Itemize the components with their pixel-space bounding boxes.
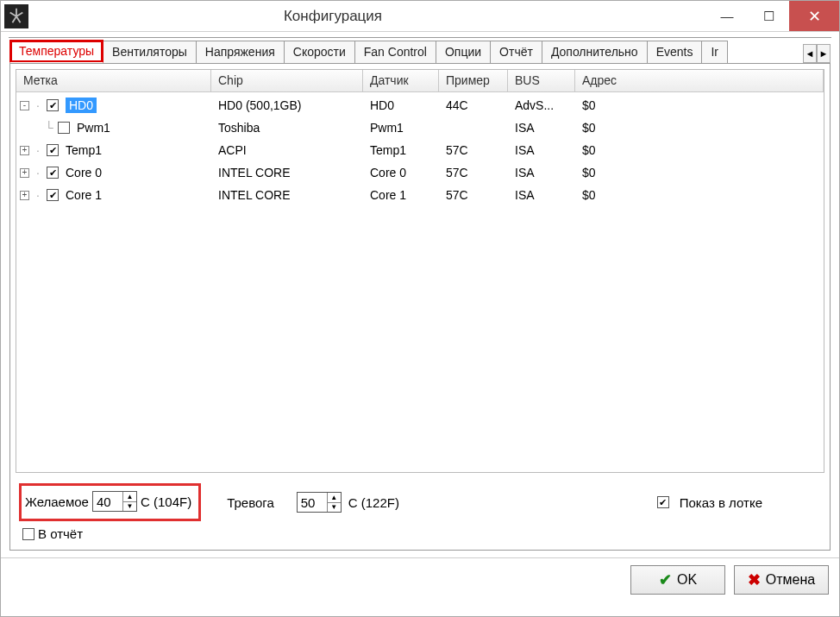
tab-scroll-left[interactable]: ◄ [803, 44, 817, 63]
row-label: Core 1 [66, 188, 102, 202]
cell-bus: ISA [508, 166, 575, 179]
tree-connector: · [33, 98, 43, 112]
dialog-button-bar: ✔ OK ✖ Отмена [1, 557, 839, 601]
table-row[interactable]: +·✔Temp1ACPITemp157CISA$0 [16, 139, 824, 161]
controls-row: Желаемое ▲ ▼ C (104F) Тревога ▲ ▼ C (122… [10, 478, 830, 525]
ok-button[interactable]: ✔ OK [630, 565, 725, 595]
desired-input[interactable] [93, 492, 122, 511]
in-report-checkbox[interactable] [22, 528, 34, 540]
grid-header: Метка Chip Датчик Пример BUS Адрес [16, 70, 824, 92]
spinner-arrows: ▲ ▼ [122, 492, 136, 511]
table-row[interactable]: └Pwm1ToshibaPwm1ISA$0 [16, 116, 824, 139]
expand-icon[interactable]: + [20, 146, 29, 155]
cross-icon: ✖ [748, 570, 761, 589]
tab-overflow-last[interactable]: Ir [701, 41, 728, 63]
cell-sample: 57C [439, 166, 508, 179]
cell-chip: INTEL CORE [211, 188, 363, 202]
desired-unit: C (104F) [141, 494, 191, 509]
tab-voltages[interactable]: Напряжения [196, 41, 285, 63]
spinner-down-icon[interactable]: ▼ [327, 503, 341, 513]
cell-bus: AdvS... [508, 98, 575, 112]
tab-advanced[interactable]: Дополнительно [542, 41, 648, 63]
grid-body: -·✔HD0HD0 (500,1GB)HD044CAdvS...$0└Pwm1T… [16, 92, 824, 206]
col-header-chip[interactable]: Chip [211, 70, 363, 91]
col-header-address[interactable]: Адрес [575, 70, 643, 91]
table-row[interactable]: +·✔Core 1INTEL CORECore 157CISA$0 [16, 184, 824, 206]
spinner-up-icon[interactable]: ▲ [327, 493, 341, 503]
minimize-button[interactable]: — [706, 1, 748, 31]
tab-options[interactable]: Опции [436, 41, 491, 63]
cell-sensor: Core 0 [363, 166, 439, 179]
tab-fans[interactable]: Вентиляторы [103, 41, 197, 63]
window-title: Конфигурация [28, 8, 706, 25]
row-label: HD0 [66, 98, 97, 113]
alarm-input[interactable] [298, 493, 327, 512]
spinner-down-icon[interactable]: ▼ [122, 502, 136, 512]
desired-highlight: Желаемое ▲ ▼ C (104F) [19, 483, 201, 521]
cell-sample: 57C [439, 143, 508, 157]
row-checkbox[interactable]: ✔ [47, 167, 59, 179]
tab-scroll: ◄ ► [803, 44, 831, 63]
row-checkbox[interactable]: ✔ [47, 189, 59, 201]
alarm-spinner[interactable]: ▲ ▼ [297, 492, 342, 513]
maximize-button[interactable]: ☐ [748, 1, 789, 31]
show-tray-checkbox[interactable]: ✔ [657, 496, 669, 508]
cell-bus: ISA [508, 121, 575, 135]
in-report-row: В отчёт [10, 525, 830, 550]
collapse-icon[interactable]: - [20, 101, 29, 110]
tab-speeds[interactable]: Скорости [284, 41, 355, 63]
col-header-sensor[interactable]: Датчик [363, 70, 439, 91]
cell-address: $0 [575, 166, 643, 179]
cancel-button[interactable]: ✖ Отмена [734, 565, 829, 595]
tree-connector: · [33, 188, 43, 202]
tab-fan-control[interactable]: Fan Control [354, 41, 436, 63]
spinner-arrows: ▲ ▼ [327, 493, 341, 512]
cell-sensor: HD0 [363, 98, 439, 112]
tree-connector: · [33, 166, 43, 179]
cell-sensor: Temp1 [363, 143, 439, 157]
cell-bus: ISA [508, 188, 575, 202]
ok-label: OK [677, 572, 697, 588]
cancel-label: Отмена [766, 572, 815, 588]
tab-events[interactable]: Events [647, 41, 703, 63]
tree-connector: · [33, 143, 43, 157]
cell-address: $0 [575, 121, 643, 135]
col-header-sample[interactable]: Пример [439, 70, 508, 91]
cell-sensor: Pwm1 [363, 121, 439, 135]
col-header-bus[interactable]: BUS [508, 70, 575, 91]
tab-temperatures[interactable]: Температуры [9, 40, 103, 63]
tab-baseline [9, 37, 831, 38]
tree-connector: └ [44, 121, 54, 135]
alarm-label: Тревога [227, 495, 274, 510]
app-icon [4, 4, 28, 28]
table-row[interactable]: +·✔Core 0INTEL CORECore 057CISA$0 [16, 161, 824, 184]
cell-sensor: Core 1 [363, 188, 439, 202]
table-row[interactable]: -·✔HD0HD0 (500,1GB)HD044CAdvS...$0 [16, 94, 824, 116]
spinner-up-icon[interactable]: ▲ [122, 492, 136, 502]
close-button[interactable]: ✕ [789, 1, 839, 31]
expand-icon[interactable]: + [20, 168, 29, 178]
cell-address: $0 [575, 143, 643, 157]
row-checkbox[interactable]: ✔ [47, 99, 59, 111]
check-icon: ✔ [659, 570, 672, 589]
cell-address: $0 [575, 98, 643, 112]
cell-chip: INTEL CORE [211, 166, 363, 179]
row-checkbox[interactable] [58, 122, 70, 134]
cell-address: $0 [575, 188, 643, 202]
col-header-label[interactable]: Метка [16, 70, 211, 91]
expand-icon[interactable]: + [20, 191, 29, 200]
tab-report[interactable]: Отчёт [490, 41, 542, 63]
row-label: Temp1 [66, 143, 102, 157]
tab-scroll-right[interactable]: ► [817, 44, 831, 63]
window-controls: — ☐ ✕ [706, 1, 839, 31]
desired-label: Желаемое [25, 494, 89, 509]
sensor-grid: Метка Chip Датчик Пример BUS Адрес -·✔HD… [16, 69, 824, 473]
cell-bus: ISA [508, 143, 575, 157]
cell-chip: Toshiba [211, 121, 363, 135]
col-header-spacer [643, 70, 824, 91]
in-report-label: В отчёт [38, 526, 83, 541]
title-bar: Конфигурация — ☐ ✕ [1, 1, 839, 32]
desired-spinner[interactable]: ▲ ▼ [92, 491, 137, 512]
row-checkbox[interactable]: ✔ [47, 144, 59, 156]
cell-sample: 44C [439, 98, 508, 112]
